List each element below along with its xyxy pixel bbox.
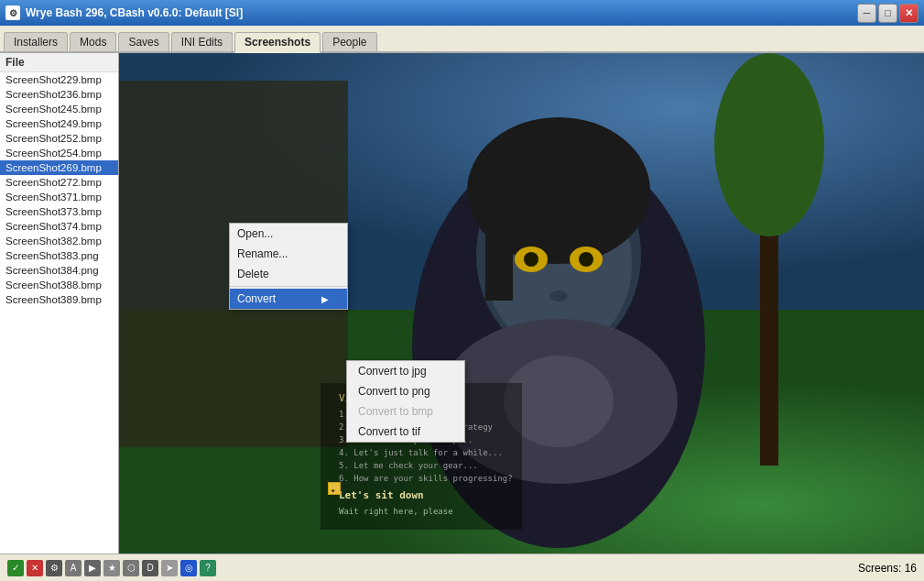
- main-content: File ScreenShot229.bmp ScreenShot236.bmp…: [0, 53, 924, 554]
- convert-to-bmp: Convert to bmp: [347, 401, 464, 422]
- title-bar: ⚙ Wrye Bash 296, CBash v0.6.0: Default […: [0, 0, 924, 26]
- list-item[interactable]: ScreenShot384.png: [0, 263, 118, 278]
- context-delete[interactable]: Delete: [230, 264, 347, 284]
- app-icon: ⚙: [5, 5, 20, 20]
- tool-icon5[interactable]: ⬡: [123, 560, 139, 576]
- list-item[interactable]: ScreenShot249.bmp: [0, 116, 118, 131]
- list-item[interactable]: ScreenShot373.bmp: [0, 204, 118, 219]
- list-item[interactable]: ScreenShot254.bmp: [0, 146, 118, 160]
- svg-text:Let's sit down: Let's sit down: [339, 489, 424, 501]
- convert-to-jpg[interactable]: Convert to jpg: [347, 361, 464, 381]
- window-controls: ─ □ ✕: [857, 4, 919, 23]
- tool-icon8[interactable]: ◎: [180, 560, 197, 576]
- svg-point-11: [579, 252, 593, 267]
- svg-point-10: [524, 252, 538, 267]
- context-menu: Open... Rename... Delete Convert ▶: [229, 223, 348, 310]
- convert-to-tif[interactable]: Convert to tif: [347, 422, 464, 442]
- convert-submenu: Convert to jpg Convert to png Convert to…: [346, 360, 465, 443]
- file-panel: File ScreenShot229.bmp ScreenShot236.bmp…: [0, 53, 119, 554]
- tab-bar: Installers Mods Saves INI Edits Screensh…: [0, 26, 924, 53]
- minimize-button[interactable]: ─: [857, 4, 876, 23]
- tool-icon2[interactable]: A: [65, 560, 82, 576]
- svg-text:✦: ✦: [331, 486, 336, 495]
- tab-people[interactable]: People: [322, 32, 376, 51]
- svg-point-12: [549, 290, 568, 301]
- list-item[interactable]: ScreenShot374.bmp: [0, 219, 118, 234]
- tab-saves[interactable]: Saves: [118, 32, 168, 51]
- context-convert[interactable]: Convert ▶: [230, 289, 347, 309]
- tool-icon9[interactable]: ?: [200, 560, 216, 576]
- submenu-arrow-icon: ▶: [321, 294, 329, 304]
- list-item[interactable]: ScreenShot236.bmp: [0, 87, 118, 102]
- tab-installers[interactable]: Installers: [4, 32, 68, 51]
- svg-text:Wait right here, please: Wait right here, please: [339, 507, 453, 516]
- context-separator: [230, 286, 347, 287]
- svg-point-16: [714, 53, 824, 236]
- context-rename[interactable]: Rename...: [230, 244, 347, 264]
- list-item-selected[interactable]: ScreenShot269.bmp: [0, 160, 118, 175]
- list-item[interactable]: ScreenShot389.bmp: [0, 292, 118, 307]
- svg-text:6. How are your skills progres: 6. How are your skills progressing?: [339, 474, 513, 483]
- tool-icon7[interactable]: ➤: [161, 560, 178, 576]
- tab-ini-edits[interactable]: INI Edits: [171, 32, 233, 51]
- tool-icon6[interactable]: D: [142, 560, 158, 576]
- svg-rect-7: [485, 191, 513, 301]
- check-icon[interactable]: ✓: [7, 560, 24, 576]
- list-item[interactable]: ScreenShot383.png: [0, 248, 118, 263]
- tab-screenshots[interactable]: Screenshots: [234, 32, 321, 53]
- status-bar: ✓ ✕ ⚙ A ▶ ★ ⬡ D ➤ ◎ ? Screens: 16: [0, 554, 924, 581]
- maximize-button[interactable]: □: [878, 4, 897, 23]
- svg-text:5. Let me check your gear...: 5. Let me check your gear...: [339, 461, 478, 470]
- list-item[interactable]: ScreenShot245.bmp: [0, 102, 118, 116]
- file-panel-header: File: [0, 53, 118, 72]
- list-item[interactable]: ScreenShot229.bmp: [0, 72, 118, 87]
- svg-text:4. Let's just talk for a while: 4. Let's just talk for a while...: [339, 448, 503, 457]
- screens-count: Screens: 16: [858, 562, 917, 575]
- list-item[interactable]: ScreenShot388.bmp: [0, 278, 118, 292]
- tool-icon3[interactable]: ▶: [84, 560, 101, 576]
- status-icons: ✓ ✕ ⚙ A ▶ ★ ⬡ D ➤ ◎ ?: [7, 560, 216, 576]
- close-button[interactable]: ✕: [899, 4, 919, 23]
- list-item[interactable]: ScreenShot371.bmp: [0, 190, 118, 204]
- x-icon[interactable]: ✕: [27, 560, 43, 576]
- tab-mods[interactable]: Mods: [70, 32, 116, 51]
- tool-icon4[interactable]: ★: [103, 560, 120, 576]
- convert-to-png[interactable]: Convert to png: [347, 381, 464, 401]
- preview-panel: Vilja 1. Traveling together 2. Let's tal…: [119, 53, 924, 554]
- list-item[interactable]: ScreenShot382.bmp: [0, 234, 118, 248]
- list-item[interactable]: ScreenShot252.bmp: [0, 131, 118, 146]
- list-item[interactable]: ScreenShot272.bmp: [0, 175, 118, 190]
- tool-icon1[interactable]: ⚙: [46, 560, 62, 576]
- context-open[interactable]: Open...: [230, 224, 347, 244]
- window-title: Wrye Bash 296, CBash v0.6.0: Default [SI…: [26, 6, 857, 19]
